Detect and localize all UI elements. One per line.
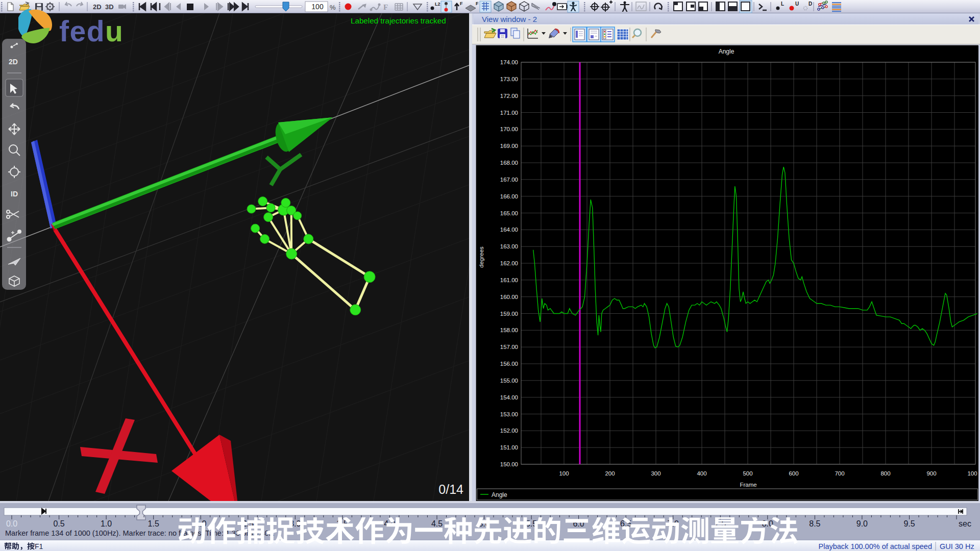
- svg-text:173.00: 173.00: [500, 76, 518, 82]
- svg-text:167.00: 167.00: [500, 177, 518, 183]
- svg-text:9.5: 9.5: [903, 519, 915, 528]
- svg-text:F: F: [476, 1, 479, 6]
- svg-text:153.00: 153.00: [500, 411, 518, 417]
- svg-text:1.5: 1.5: [148, 519, 159, 528]
- svg-text:171.00: 171.00: [500, 110, 518, 116]
- svg-text:Angle: Angle: [719, 48, 734, 55]
- svg-text:163.00: 163.00: [500, 243, 518, 249]
- svg-text:166.00: 166.00: [500, 193, 518, 199]
- svg-text:100: 100: [559, 470, 569, 477]
- svg-text:174.00: 174.00: [500, 59, 518, 65]
- svg-text:157.00: 157.00: [500, 344, 518, 350]
- svg-text:sec: sec: [959, 519, 971, 528]
- svg-text:Frame: Frame: [740, 482, 756, 488]
- svg-text:164.00: 164.00: [500, 227, 518, 233]
- svg-text:F: F: [383, 3, 388, 11]
- svg-text:1.0: 1.0: [101, 519, 112, 528]
- svg-text:162.00: 162.00: [500, 260, 518, 266]
- svg-text:ID: ID: [11, 190, 18, 198]
- svg-text:GUI 30 Hz: GUI 30 Hz: [940, 542, 974, 550]
- svg-text:F1: F1: [35, 542, 43, 550]
- svg-text:100: 100: [311, 3, 324, 11]
- svg-text:152.00: 152.00: [500, 428, 518, 434]
- svg-text:9.0: 9.0: [856, 519, 868, 528]
- svg-text:159.00: 159.00: [500, 311, 518, 317]
- svg-text:0.0: 0.0: [6, 519, 17, 528]
- svg-text:700: 700: [835, 470, 844, 477]
- svg-text:400: 400: [697, 470, 706, 477]
- svg-text:155.00: 155.00: [500, 378, 518, 384]
- svg-text:D: D: [808, 1, 812, 7]
- svg-text:8.5: 8.5: [809, 519, 820, 528]
- svg-text:0.5: 0.5: [53, 519, 64, 528]
- svg-text:169.00: 169.00: [500, 143, 518, 149]
- svg-text:100: 100: [967, 470, 977, 477]
- svg-text:156.00: 156.00: [500, 361, 518, 367]
- svg-text:300: 300: [651, 470, 660, 477]
- svg-text:168.00: 168.00: [500, 160, 518, 166]
- svg-text:F: F: [460, 1, 463, 6]
- svg-text:150.00: 150.00: [500, 461, 518, 467]
- svg-text:fedu: fedu: [59, 15, 124, 47]
- svg-text:degrees: degrees: [478, 246, 484, 268]
- svg-text:170.00: 170.00: [500, 126, 518, 132]
- svg-text:Angle: Angle: [492, 491, 507, 498]
- svg-text:800: 800: [880, 470, 890, 477]
- svg-text:%: %: [330, 4, 336, 11]
- svg-text:Playback 100.00% of actual spe: Playback 100.00% of actual speed: [819, 542, 932, 550]
- svg-text:900: 900: [926, 470, 936, 477]
- svg-text:158.00: 158.00: [500, 327, 518, 333]
- svg-text:165.00: 165.00: [500, 210, 518, 216]
- svg-text:161.00: 161.00: [500, 277, 518, 283]
- svg-text:2D: 2D: [9, 58, 18, 66]
- svg-text:151.00: 151.00: [500, 444, 518, 450]
- svg-text:160.00: 160.00: [500, 294, 518, 300]
- svg-text:200: 200: [605, 470, 615, 477]
- svg-text:172.00: 172.00: [500, 93, 518, 99]
- svg-text:L2: L2: [435, 2, 440, 7]
- svg-text:600: 600: [789, 470, 798, 477]
- svg-text:Labeled trajectories tracked: Labeled trajectories tracked: [351, 16, 446, 25]
- svg-text:U: U: [795, 1, 799, 7]
- svg-text:154.00: 154.00: [500, 394, 518, 400]
- svg-text:0/14: 0/14: [438, 482, 463, 496]
- svg-text:L: L: [781, 1, 784, 7]
- svg-text:500: 500: [743, 470, 752, 477]
